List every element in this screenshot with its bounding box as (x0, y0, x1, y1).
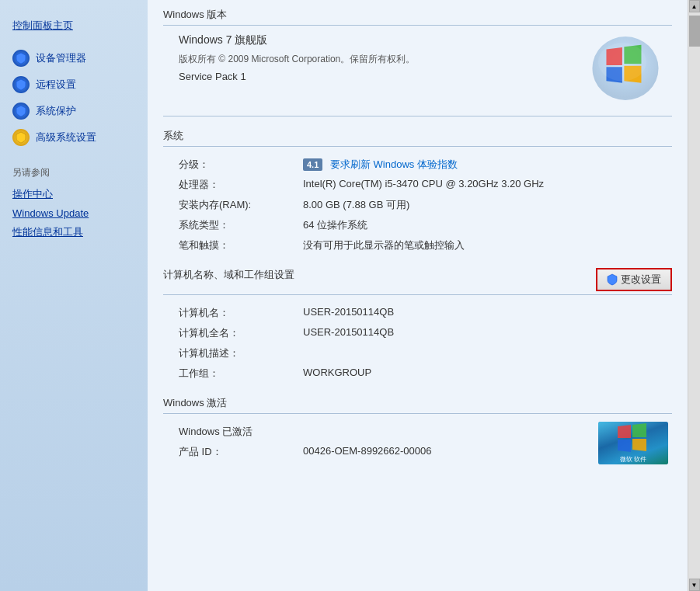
computer-fullname-label: 计算机全名： (179, 326, 303, 340)
sidebar-item-device-manager[interactable]: 设备管理器 (0, 45, 148, 71)
activation-row: Windows 已激活 产品 ID： 00426-OEM-8992662-000… (163, 422, 672, 464)
type-value: 64 位操作系统 (303, 218, 672, 232)
change-btn-label: 更改设置 (621, 273, 661, 287)
computer-fullname-value: USER-20150114QB (303, 326, 672, 338)
sidebar-item-label: 设备管理器 (36, 51, 86, 65)
processor-label: 处理器： (179, 178, 303, 192)
pen-label: 笔和触摸： (179, 238, 303, 252)
sidebar-item-system-protection[interactable]: 系统保护 (0, 98, 148, 124)
shield-icon (12, 129, 30, 146)
activation-status-row: Windows 已激活 (179, 422, 598, 442)
rating-label: 分级： (179, 158, 303, 172)
system-section: 系统 分级： 4.1 要求刷新 Windows 体验指数 处理器： Intel(… (163, 129, 672, 256)
processor-row: 处理器： Intel(R) Core(TM) i5-3470 CPU @ 3.2… (163, 175, 672, 195)
sidebar-home[interactable]: 控制面板主页 (0, 12, 148, 45)
activation-banner: 微软 软件 (598, 422, 668, 464)
windows-edition: Windows 7 旗舰版 (179, 33, 415, 47)
system-section-header: 系统 (163, 129, 672, 147)
windows-version-section: Windows 版本 Windows 7 旗舰版 版权所有 © 2009 Mic… (163, 8, 672, 116)
scrollbar[interactable]: ▲ ▼ (688, 0, 700, 591)
shield-icon (12, 103, 30, 120)
pen-row: 笔和触摸： 没有可用于此显示器的笔或触控输入 (163, 235, 672, 256)
workgroup-row: 工作组： WORKGROUP (163, 363, 672, 384)
rating-value: 4.1 要求刷新 Windows 体验指数 (303, 158, 672, 172)
service-pack: Service Pack 1 (179, 71, 415, 82)
change-settings-button[interactable]: 更改设置 (596, 268, 672, 291)
processor-value: Intel(R) Core(TM) i5-3470 CPU @ 3.20GHz … (303, 178, 672, 189)
svg-point-1 (598, 43, 646, 81)
activation-logo: 微软 软件 (614, 422, 653, 464)
product-id-row: 产品 ID： 00426-OEM-8992662-00006 (179, 442, 598, 462)
computer-desc-row: 计算机描述： (163, 343, 672, 363)
computer-name-value: USER-20150114QB (303, 306, 672, 318)
sidebar: 控制面板主页 设备管理器 远程设置 系统保护 高级系统 (0, 0, 148, 591)
computer-section-header: 计算机名称、域和工作组设置 (163, 268, 294, 282)
sidebar-item-remote-settings[interactable]: 远程设置 (0, 71, 148, 98)
rating-badge: 4.1 (303, 158, 322, 171)
shield-icon (12, 50, 30, 67)
sidebar-link-windows-update[interactable]: Windows Update (0, 204, 148, 222)
sidebar-link-action-center[interactable]: 操作中心 (0, 184, 148, 204)
sidebar-item-advanced-settings[interactable]: 高级系统设置 (0, 124, 148, 151)
workgroup-value: WORKGROUP (303, 367, 672, 378)
activation-text: Windows 已激活 产品 ID： 00426-OEM-8992662-000… (179, 422, 598, 462)
ram-row: 安装内存(RAM): 8.00 GB (7.88 GB 可用) (163, 195, 672, 215)
computer-fullname-row: 计算机全名： USER-20150114QB (163, 323, 672, 343)
sidebar-item-label: 高级系统设置 (36, 130, 96, 144)
windows-version-header: Windows 版本 (163, 8, 672, 26)
shield-icon (12, 76, 30, 93)
version-text-block: Windows 7 旗舰版 版权所有 © 2009 Microsoft Corp… (163, 33, 415, 82)
scrollbar-up[interactable]: ▲ (689, 0, 700, 12)
activation-header: Windows 激活 (163, 396, 672, 414)
computer-desc-label: 计算机描述： (179, 346, 303, 360)
scrollbar-thumb[interactable] (689, 16, 700, 47)
main-content: Windows 版本 Windows 7 旗舰版 版权所有 © 2009 Mic… (148, 0, 688, 591)
computer-name-label: 计算机名： (179, 306, 303, 320)
sidebar-link-performance[interactable]: 性能信息和工具 (0, 222, 148, 242)
ram-value: 8.00 GB (7.88 GB 可用) (303, 198, 672, 212)
rating-row: 分级： 4.1 要求刷新 Windows 体验指数 (163, 155, 672, 175)
scrollbar-down[interactable]: ▼ (689, 579, 700, 591)
also-see-label: 另请参阅 (0, 151, 148, 184)
activation-section: Windows 激活 Windows 已激活 产品 ID： 00426-OEM-… (163, 396, 672, 464)
computer-section: 计算机名称、域和工作组设置 更改设置 计算机名： USER-20150114QB… (163, 268, 672, 384)
ram-label: 安装内存(RAM): (179, 198, 303, 212)
sidebar-item-label: 系统保护 (36, 104, 76, 118)
shield-icon-btn (607, 273, 618, 286)
product-id-value: 00426-OEM-8992662-00006 (303, 445, 598, 457)
rating-refresh-link[interactable]: 要求刷新 Windows 体验指数 (330, 158, 458, 170)
type-row: 系统类型： 64 位操作系统 (163, 215, 672, 235)
windows-copyright: 版权所有 © 2009 Microsoft Corporation。保留所有权利… (179, 52, 415, 66)
product-id-label: 产品 ID： (179, 445, 303, 459)
activation-status: Windows 已激活 (179, 425, 598, 439)
computer-name-row: 计算机名： USER-20150114QB (163, 303, 672, 323)
workgroup-label: 工作组： (179, 367, 303, 381)
type-label: 系统类型： (179, 218, 303, 232)
windows-logo (587, 33, 664, 103)
sidebar-item-label: 远程设置 (36, 78, 76, 92)
pen-value: 没有可用于此显示器的笔或触控输入 (303, 238, 672, 252)
